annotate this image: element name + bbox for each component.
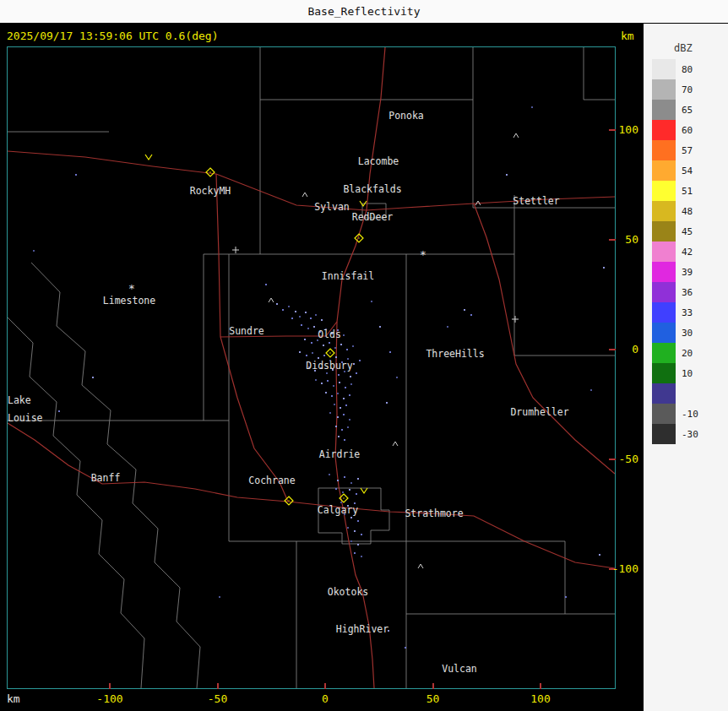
echo-dot bbox=[92, 377, 94, 378]
echo-dot bbox=[356, 372, 357, 374]
city-label: Lake bbox=[8, 394, 31, 406]
echo-dot bbox=[306, 355, 307, 356]
echo-dot bbox=[344, 476, 345, 478]
colorbar-value-label: 42 bbox=[682, 247, 693, 258]
city-label: Sundre bbox=[229, 325, 264, 337]
echo-dot bbox=[331, 395, 333, 397]
echo-dot bbox=[340, 344, 342, 345]
radar-map[interactable]: **PonokaLacombeBlackfaldsSylvanRedDeerSt… bbox=[7, 46, 616, 689]
colorbar-entry: 10 bbox=[652, 363, 698, 383]
echo-dot bbox=[599, 554, 600, 556]
echo-dot bbox=[312, 352, 313, 354]
color-scale-panel: dBZ 80706560575451484542393633302010-10-… bbox=[644, 24, 728, 711]
colorbar-value-label: 20 bbox=[682, 348, 693, 359]
x-axis-tick bbox=[217, 683, 219, 689]
echo-dot bbox=[379, 326, 381, 328]
y-axis-tick-label: -100 bbox=[608, 562, 638, 575]
colorbar-value-label: -10 bbox=[682, 409, 698, 420]
echo-dot bbox=[371, 301, 372, 302]
echo-dot bbox=[329, 474, 330, 475]
colorbar-swatch bbox=[652, 383, 676, 404]
display-area: 2025/09/17 13:59:06 UTC 0.6(deg) km **Po… bbox=[0, 24, 728, 711]
city-label: HighRiver bbox=[336, 623, 388, 635]
star-marker-icon: * bbox=[128, 282, 135, 295]
echo-dot bbox=[295, 311, 296, 312]
city-label: Lacombe bbox=[358, 155, 399, 167]
echo-dot bbox=[352, 345, 354, 347]
colorbar-entry: 36 bbox=[652, 282, 698, 302]
echo-dot bbox=[447, 326, 448, 328]
star-marker-icon: * bbox=[420, 248, 426, 261]
echo-dot bbox=[356, 493, 357, 495]
echo-dot bbox=[506, 174, 508, 176]
echo-dot bbox=[323, 355, 325, 356]
echo-dot bbox=[265, 284, 267, 285]
echo-dot bbox=[565, 596, 567, 598]
radar-echoes bbox=[33, 106, 605, 649]
city-label: Olds bbox=[318, 328, 341, 340]
echo-dot bbox=[354, 552, 356, 554]
highway-line bbox=[343, 507, 615, 568]
radar-map-canvas: **PonokaLacombeBlackfaldsSylvanRedDeerSt… bbox=[8, 47, 615, 688]
echo-dot bbox=[350, 376, 351, 377]
y-axis-tick-label: 50 bbox=[608, 233, 638, 246]
colorbar-entry: 65 bbox=[652, 100, 698, 120]
echo-dot bbox=[326, 372, 328, 374]
x-axis-tick-label: 50 bbox=[426, 692, 440, 705]
colorbar-swatch bbox=[652, 120, 676, 140]
boundary-line bbox=[318, 488, 389, 544]
colorbar-swatch bbox=[652, 100, 676, 120]
echo-dot bbox=[291, 318, 293, 319]
echo-dot bbox=[337, 480, 339, 481]
colorbar-value-label: 54 bbox=[682, 166, 693, 176]
echo-dot bbox=[329, 342, 330, 344]
colorbar-entry: 39 bbox=[652, 262, 698, 282]
colorbar-entry: -30 bbox=[652, 424, 698, 444]
plus-marker-icon bbox=[512, 316, 519, 323]
city-label: Sylvan bbox=[314, 201, 350, 213]
echo-dot bbox=[357, 520, 359, 522]
x-axis-tick-label: -100 bbox=[96, 692, 122, 705]
city-label: Blackfalds bbox=[343, 183, 401, 195]
echo-dot bbox=[342, 491, 344, 493]
echo-dot bbox=[327, 380, 329, 382]
colorbar-value-label: -30 bbox=[682, 429, 698, 440]
echo-dot bbox=[349, 394, 350, 396]
colorbar-entry: -10 bbox=[652, 404, 698, 424]
colorbar-swatch bbox=[652, 160, 676, 181]
echo-dot bbox=[389, 351, 391, 353]
color-scale-title: dBZ bbox=[674, 42, 693, 54]
colorbar-swatch bbox=[652, 404, 676, 424]
echo-dot bbox=[58, 410, 60, 412]
boundary-line bbox=[584, 47, 615, 100]
colorbar-entry: 48 bbox=[652, 201, 698, 221]
echo-dot bbox=[219, 596, 220, 598]
echo-dot bbox=[470, 314, 472, 316]
colorbar-entry: 80 bbox=[652, 59, 698, 79]
colorbar-value-label: 80 bbox=[682, 64, 693, 75]
echo-dot bbox=[337, 393, 339, 394]
highway-line bbox=[216, 174, 288, 502]
city-label: Drumheller bbox=[510, 406, 568, 418]
colorbar-entry: 70 bbox=[652, 79, 698, 100]
echo-dot bbox=[349, 489, 350, 491]
colorbar-entry: 45 bbox=[652, 221, 698, 242]
vee-marker-icon bbox=[361, 488, 367, 493]
echo-dot bbox=[353, 363, 355, 365]
echo-dot bbox=[340, 502, 342, 503]
colorbar-swatch bbox=[652, 221, 676, 242]
color-scale: 80706560575451484542393633302010-10-30 bbox=[652, 59, 698, 444]
echo-dot bbox=[350, 383, 352, 385]
echo-dot bbox=[313, 326, 315, 328]
city-label: Okotoks bbox=[328, 586, 368, 598]
city-label: Ponoka bbox=[388, 110, 424, 122]
colorbar-swatch bbox=[652, 424, 676, 444]
echo-dot bbox=[310, 318, 312, 319]
colorbar-swatch bbox=[652, 282, 676, 302]
radar-site-center-dot bbox=[343, 497, 344, 498]
caret-marker-icon bbox=[302, 193, 307, 197]
colorbar-swatch bbox=[652, 181, 676, 201]
x-axis-tick bbox=[324, 683, 326, 689]
echo-dot bbox=[359, 360, 361, 361]
echo-dot bbox=[347, 527, 349, 529]
